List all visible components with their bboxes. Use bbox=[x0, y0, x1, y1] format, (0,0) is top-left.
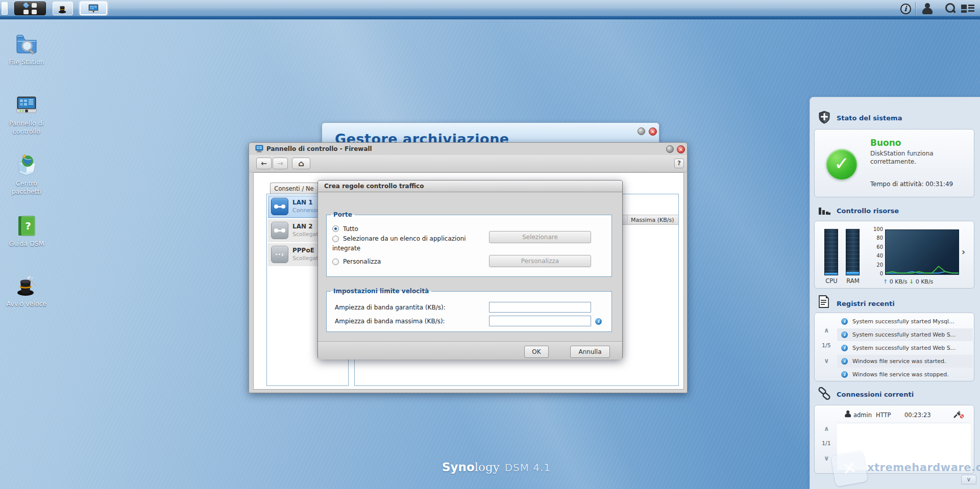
close-icon[interactable]: ✕ bbox=[677, 145, 685, 153]
max-bandwidth-input[interactable] bbox=[489, 316, 591, 326]
radio-all-ports[interactable] bbox=[332, 225, 339, 232]
logs-page-down-icon[interactable]: ∨ bbox=[824, 358, 829, 364]
desktop-icon-control-panel[interactable]: Pannello dicontrollo bbox=[0, 93, 53, 136]
log-row[interactable]: iSystem successfully started Mysql... bbox=[837, 315, 973, 328]
expand-chevron-icon[interactable]: › bbox=[962, 247, 965, 257]
log-list: iSystem successfully started Mysql... iS… bbox=[837, 315, 973, 381]
dialog-title: Crea regole controllo traffico bbox=[324, 183, 424, 190]
lan-disconnected-icon bbox=[271, 222, 288, 239]
recent-logs-icon bbox=[818, 295, 830, 308]
guaranteed-bandwidth-label: Ampiezza di banda garantita (KB/s): bbox=[335, 304, 446, 311]
customize-button[interactable]: Personalizza bbox=[489, 255, 591, 267]
y-tick: 60 bbox=[871, 244, 883, 250]
bandwidth-info-icon[interactable]: i bbox=[595, 318, 602, 325]
quick-start-taskbar-icon bbox=[57, 3, 68, 14]
connections-page-down-icon[interactable]: ∨ bbox=[824, 455, 829, 461]
logs-pager: 1/5 bbox=[822, 342, 831, 349]
user-menu-button[interactable] bbox=[921, 3, 934, 15]
help-button[interactable]: ? bbox=[674, 159, 684, 168]
window-app-icon bbox=[255, 145, 263, 153]
desktop-icon-quick-start[interactable]: Avvio veloce bbox=[0, 273, 53, 308]
traffic-control-dialog: Crea regole controllo traffico Porte Tut… bbox=[317, 180, 623, 359]
uptime-label: Tempo di attività: 00:31:49 bbox=[870, 181, 953, 188]
status-state: Buono bbox=[870, 138, 901, 148]
connections-page-up-icon[interactable]: ∧ bbox=[824, 426, 829, 432]
log-row[interactable]: iSystem successfully started Web S... bbox=[837, 328, 973, 341]
radio-builtin-label-line1[interactable]: Selezionare da un elenco di applicazioni bbox=[343, 235, 466, 242]
system-status-title: Stato del sistema bbox=[837, 114, 902, 122]
resource-monitor-card[interactable]: CPU RAM 100 80 60 40 20 0 ↑ 0 KB/s ↓ 0 K… bbox=[814, 221, 974, 289]
logs-page-up-icon[interactable]: ∧ bbox=[824, 327, 829, 333]
taskbar-divider bbox=[915, 2, 916, 15]
radio-custom-label[interactable]: Personalizza bbox=[343, 258, 381, 265]
select-apps-button[interactable]: Selezionare bbox=[489, 231, 591, 243]
lan-connected-icon bbox=[271, 198, 288, 215]
log-info-icon: i bbox=[841, 358, 848, 365]
minimize-button[interactable] bbox=[666, 145, 674, 153]
ram-gauge bbox=[846, 229, 860, 275]
ok-button[interactable]: OK bbox=[524, 346, 549, 358]
dialog-titlebar[interactable]: Crea regole controllo traffico bbox=[318, 181, 622, 192]
resource-monitor-title: Controllo risorse bbox=[837, 207, 899, 215]
firewall-toolbar: ← → ⌂ bbox=[249, 155, 687, 172]
column-separator bbox=[627, 215, 628, 224]
desktop-icon-package-center[interactable]: Centropacchetti bbox=[0, 153, 53, 196]
user-icon bbox=[921, 3, 934, 14]
upload-value: 0 KB/s bbox=[890, 278, 908, 285]
guaranteed-bandwidth-input[interactable] bbox=[489, 302, 591, 313]
forward-button[interactable]: → bbox=[273, 158, 288, 169]
desktop-icon-label: Avvio veloce bbox=[0, 300, 53, 308]
desktop-icon-dsm-help[interactable]: ? Guida DSM bbox=[0, 213, 53, 248]
radio-builtin-apps[interactable] bbox=[332, 236, 339, 242]
back-button[interactable]: ← bbox=[256, 158, 272, 169]
pilot-view-button[interactable] bbox=[961, 3, 975, 15]
connection-protocol: HTTP bbox=[876, 411, 891, 419]
status-description-2: correttamente. bbox=[870, 158, 916, 165]
tab-consenti-nega[interactable]: Consenti / Ne bbox=[270, 183, 318, 194]
shield-icon bbox=[818, 111, 830, 124]
connection-user: admin bbox=[853, 411, 872, 419]
max-bandwidth-label: Ampiezza di banda massima (KB/s): bbox=[335, 318, 445, 325]
cancel-button[interactable]: Annulla bbox=[570, 346, 610, 358]
search-button[interactable] bbox=[943, 3, 957, 15]
sidebar-collapse-icon[interactable]: ∨ bbox=[961, 475, 976, 484]
log-info-icon: i bbox=[841, 371, 848, 378]
ports-fieldset: Porte bbox=[326, 215, 612, 277]
ports-legend: Porte bbox=[331, 211, 355, 218]
cpu-label: CPU bbox=[821, 277, 842, 285]
status-ok-icon: ✓ bbox=[826, 149, 857, 179]
y-tick: 0 bbox=[871, 271, 883, 276]
notifications-button[interactable]: i bbox=[899, 3, 912, 15]
main-menu-icon bbox=[23, 3, 37, 14]
taskbar-app-control-panel[interactable] bbox=[80, 2, 107, 15]
main-menu-button[interactable] bbox=[14, 2, 46, 15]
dsm-help-icon: ? bbox=[14, 213, 39, 238]
ram-gauge-fill bbox=[846, 272, 859, 275]
log-info-icon: i bbox=[841, 318, 848, 325]
connections-empty-area bbox=[837, 423, 971, 470]
pilot-view-icon bbox=[961, 4, 974, 14]
y-tick: 100 bbox=[871, 226, 883, 232]
recent-logs-title: Registri recenti bbox=[837, 300, 895, 307]
desktop-icon-file-station[interactable]: File Station bbox=[0, 32, 53, 66]
log-row[interactable]: iSystem successfully started Web S... bbox=[837, 342, 973, 354]
resource-monitor-icon bbox=[818, 205, 831, 217]
user-icon bbox=[844, 410, 851, 417]
connection-duration: 00:23:23 bbox=[904, 411, 931, 419]
disconnect-icon[interactable] bbox=[952, 410, 965, 419]
connections-card: ∧ 1/1 ∨ admin HTTP 00:23:23 bbox=[814, 405, 974, 474]
log-row[interactable]: iWindows file service was started. bbox=[837, 355, 973, 368]
control-panel-taskbar-icon bbox=[87, 3, 100, 15]
minimize-button[interactable] bbox=[638, 127, 645, 135]
dialog-footer: OK Annulla bbox=[318, 341, 622, 359]
firewall-titlebar[interactable]: Pannello di controllo - Firewall ✕ bbox=[249, 143, 687, 155]
close-icon[interactable]: ✕ bbox=[649, 127, 657, 136]
home-button[interactable]: ⌂ bbox=[292, 158, 310, 169]
ram-label: RAM bbox=[843, 277, 863, 285]
connection-row[interactable]: admin HTTP 00:23:23 bbox=[844, 409, 971, 421]
show-desktop-button[interactable] bbox=[2, 2, 8, 15]
log-row[interactable]: iWindows file service was stopped. bbox=[837, 368, 973, 381]
radio-custom-ports[interactable] bbox=[332, 259, 339, 265]
taskbar-app-quick-start[interactable] bbox=[53, 2, 73, 15]
radio-all-label[interactable]: Tutto bbox=[343, 225, 358, 233]
